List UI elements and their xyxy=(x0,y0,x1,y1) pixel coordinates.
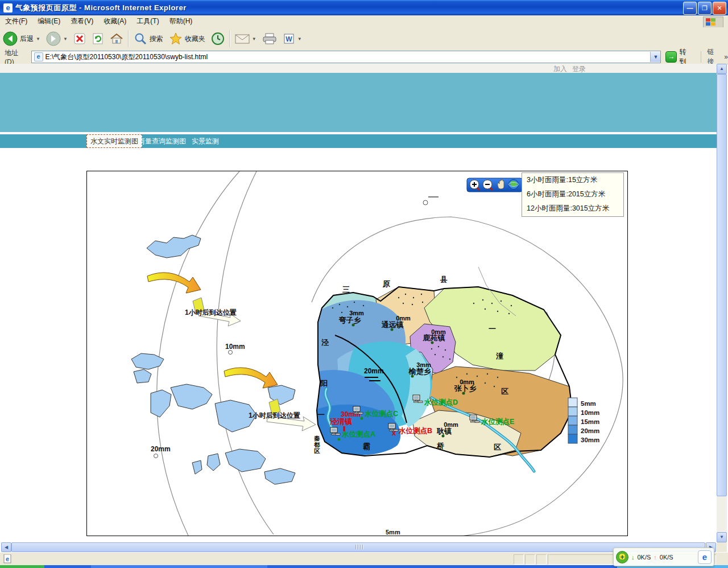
stop-button[interactable] xyxy=(71,29,89,48)
subtab-realtime-monitor[interactable]: 水文实时监测图 xyxy=(86,134,142,148)
print-icon xyxy=(262,32,277,45)
menu-favorites[interactable]: 收藏(A) xyxy=(98,17,131,26)
home-button[interactable] xyxy=(107,29,126,48)
favorites-button[interactable]: 收藏夹 xyxy=(166,29,208,48)
horizontal-scroll-thumb[interactable] xyxy=(11,542,705,552)
neighbor-east-2: 区 xyxy=(501,387,508,396)
back-dropdown-icon[interactable]: ▼ xyxy=(36,36,40,42)
station-d-label[interactable]: 水位测点D xyxy=(424,398,458,406)
hydrology-map[interactable]: 10mm 20mm 5mm xyxy=(86,171,628,536)
print-button[interactable] xyxy=(259,29,280,48)
back-button[interactable]: 后退 ▼ xyxy=(0,29,43,48)
scroll-left-icon[interactable]: ◀ xyxy=(1,542,11,552)
svg-text:e: e xyxy=(6,555,9,562)
contour-label-10mm: 10mm xyxy=(225,343,245,351)
legend-label-10mm: 10mm xyxy=(581,409,599,416)
vertical-scroll-thumb[interactable] xyxy=(717,74,727,496)
eta-label-2: 1小时后到达位置 xyxy=(249,411,300,419)
links-area[interactable]: 链接 » xyxy=(701,51,728,63)
town-zhangbuxiang: 张卜乡 xyxy=(454,384,477,393)
refresh-button[interactable] xyxy=(89,29,107,48)
town-tongyuanzhen: 通远镇 xyxy=(382,320,404,329)
map-toolbar xyxy=(467,178,523,192)
town-wanzixiang: 弯子乡 xyxy=(338,316,361,324)
town-yuchuxiang: 榆楚乡 xyxy=(408,367,431,376)
forward-button[interactable]: ▼ xyxy=(43,29,71,48)
globe-icon[interactable] xyxy=(509,180,519,190)
scroll-up-icon[interactable]: ▲ xyxy=(717,64,727,74)
start-button[interactable] xyxy=(0,565,44,568)
address-input[interactable]: e E:\气象台\原型20110530\原型20110530\swyb-list… xyxy=(31,51,661,63)
contour-label-20mm-left: 20mm xyxy=(151,445,171,453)
minimize-button[interactable]: — xyxy=(683,2,697,15)
title-bar: e 气象预报页面原型 - Microsoft Internet Explorer… xyxy=(0,0,728,15)
horizontal-scrollbar[interactable]: ◀ ▶ xyxy=(1,542,716,552)
close-button[interactable]: ✕ xyxy=(713,2,726,15)
search-button[interactable]: 搜索 xyxy=(131,29,166,48)
station-a-label[interactable]: 水位测点A xyxy=(341,430,375,438)
rain-luyuanzhen: 0mm xyxy=(431,328,446,335)
scrollbar-corner xyxy=(717,542,727,552)
storm-arrow-1 xyxy=(147,273,201,293)
subtab-live-view[interactable]: 实景监测 xyxy=(192,135,219,147)
contour-label-5mm: 5mm xyxy=(386,529,400,536)
legend-label-5mm: 5mm xyxy=(581,400,596,407)
forward-icon xyxy=(46,31,61,46)
neighbor-dash-west: 一 xyxy=(317,410,325,419)
legend-label-20mm: 20mm xyxy=(581,427,599,434)
menu-help[interactable]: 帮助(H) xyxy=(164,17,198,26)
browser-window: e 气象预报页面原型 - Microsoft Internet Explorer… xyxy=(0,0,728,568)
home-icon xyxy=(110,32,123,45)
station-b-mark: x xyxy=(392,429,396,437)
town-gengzhen: 耿镇 xyxy=(436,427,452,435)
mail-icon xyxy=(235,33,250,44)
neighbor-east-1: 潼 xyxy=(495,352,503,360)
ie-tray-icon[interactable]: e xyxy=(698,550,712,564)
vertical-scrollbar[interactable]: ▲ ▼ xyxy=(717,64,727,542)
links-chevron-icon: » xyxy=(724,53,728,61)
address-dropdown-icon[interactable]: ▼ xyxy=(650,52,660,62)
station-c-dot xyxy=(361,417,363,420)
svg-text:W: W xyxy=(286,35,292,43)
taskbar-button[interactable] xyxy=(91,565,267,568)
back-icon xyxy=(3,31,18,46)
legend-swatch-20mm xyxy=(568,425,577,434)
neighbor-dash-east: 一 xyxy=(489,324,496,333)
upload-arrow-icon: ↑ xyxy=(653,554,657,561)
menu-edit[interactable]: 编辑(E) xyxy=(32,17,65,26)
subtab-rain-query[interactable]: 雨量查询监测图 xyxy=(138,135,186,147)
neighbor-west-1: 泾 xyxy=(321,338,329,347)
menu-view[interactable]: 查看(V) xyxy=(65,17,98,26)
rainfall-6h: 6小时面雨量:2015立方米 xyxy=(522,187,623,201)
menu-file[interactable]: 文件(F) xyxy=(0,17,32,26)
station-b-label[interactable]: 水位测点B xyxy=(398,427,432,435)
restore-button[interactable]: ❐ xyxy=(698,2,712,15)
contour-marker-10mm xyxy=(229,351,233,355)
net-speed-widget[interactable]: + ↓ 0K/S ↑ 0K/S e xyxy=(613,548,714,566)
rainfall-info-box: 3小时面雨量:15立方米 6小时面雨量:2015立方米 12小时面雨量:3015… xyxy=(522,172,624,217)
neighbor-sw-3: 区 xyxy=(314,447,320,454)
neighbor-north-3: 县 xyxy=(440,275,448,283)
menu-tools[interactable]: 工具(T) xyxy=(131,17,164,26)
neighbor-north-1: 三 xyxy=(342,285,350,294)
mail-button[interactable]: ▼ xyxy=(232,29,259,48)
mail-dropdown-icon[interactable]: ▼ xyxy=(252,36,257,42)
map-legend: 5mm 10mm 15mm 20mm 30mm xyxy=(568,398,599,443)
rain-yuchuxiang: 3mm xyxy=(416,361,431,368)
station-c-label[interactable]: 水位测点C xyxy=(364,410,398,418)
stop-icon xyxy=(73,32,86,45)
refresh-icon xyxy=(92,32,104,45)
scroll-down-icon[interactable]: ▼ xyxy=(717,532,727,542)
download-arrow-icon: ↓ xyxy=(631,554,635,561)
legend-swatch-15mm xyxy=(568,416,577,425)
controls-row: 报警设置 时间： 1小时 ▼ 阀值： mm 淹没区演示： ==请选择== ▼ xyxy=(0,148,717,171)
status-bar: e 我的电脑 + ↓ 0K/S ↑ 0K/S e xyxy=(0,552,728,566)
rain-wanzixiang: 3mm xyxy=(349,310,364,316)
edit-dropdown-icon[interactable]: ▼ xyxy=(297,36,302,42)
station-e-label[interactable]: 水位测点E xyxy=(481,418,514,426)
download-speed: 0K/S xyxy=(638,554,651,561)
history-button[interactable] xyxy=(208,29,228,48)
forward-dropdown-icon[interactable]: ▼ xyxy=(63,36,68,42)
address-bar: 地址(D) e E:\气象台\原型20110530\原型20110530\swy… xyxy=(0,50,728,64)
edit-button[interactable]: W ▼ xyxy=(280,29,305,48)
